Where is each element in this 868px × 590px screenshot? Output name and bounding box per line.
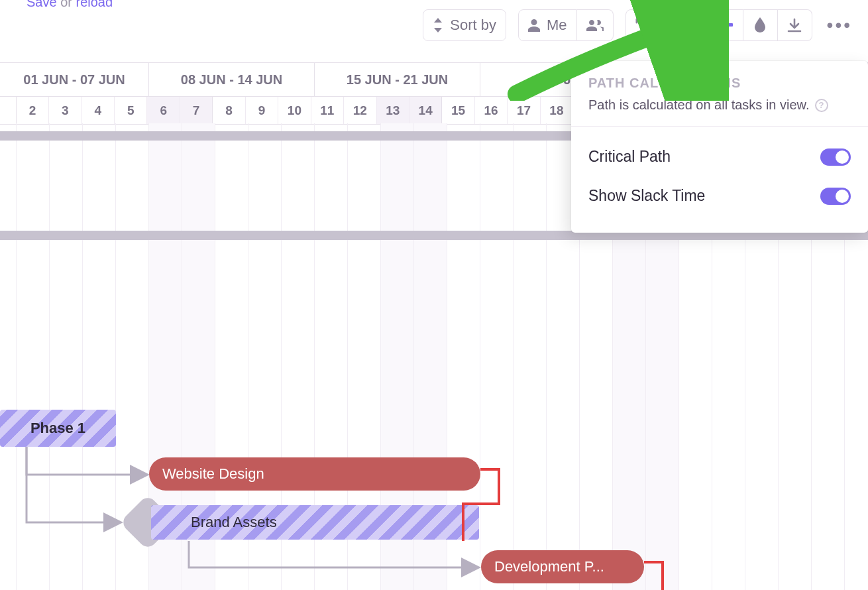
- critical-path-segment: [498, 468, 500, 505]
- path-calculations-popover: PATH CALCULATIONS Path is calculated on …: [571, 61, 868, 233]
- critical-path-segment: [661, 561, 664, 590]
- day-cell: 2: [17, 97, 49, 124]
- svg-rect-0: [716, 18, 728, 21]
- me-filter-button[interactable]: Me: [518, 9, 577, 41]
- day-cell: 5: [115, 97, 147, 124]
- task-label: Development P...: [494, 558, 604, 575]
- day-cell: 7: [180, 97, 213, 124]
- day-cell: 16: [475, 97, 508, 124]
- person-icon: [528, 19, 540, 32]
- slack-time-label: Show Slack Time: [588, 187, 705, 205]
- week-cell: 01 JUN - 07 JUN: [0, 63, 149, 96]
- day-cell: [0, 97, 17, 124]
- people-filter-button[interactable]: [577, 9, 614, 41]
- slack-time-toggle[interactable]: [820, 188, 851, 205]
- day-cell: 18: [541, 97, 573, 124]
- svg-rect-2: [718, 29, 728, 32]
- critical-path-segment: [462, 502, 464, 541]
- popover-title: PATH CALCULATIONS: [588, 76, 851, 91]
- task-website-design[interactable]: Website Design: [149, 457, 480, 491]
- day-cell: 8: [213, 97, 245, 124]
- critical-path-toggle[interactable]: [820, 148, 851, 166]
- task-label: Brand Assets: [191, 514, 277, 531]
- critical-path-segment: [462, 502, 500, 505]
- day-cell: 6: [147, 97, 180, 124]
- popover-subtitle: Path is calculated on all tasks in view.: [588, 97, 810, 113]
- day-cell: 3: [49, 97, 81, 124]
- day-cell: 10: [278, 97, 311, 124]
- task-label: Website Design: [162, 465, 264, 483]
- svg-rect-1: [721, 23, 733, 27]
- sort-by-button[interactable]: Sort by: [423, 9, 506, 41]
- day-cell: 15: [442, 97, 474, 124]
- toolbar: Sort by Me •••: [423, 9, 855, 41]
- sort-by-label: Sort by: [450, 17, 496, 34]
- people-icon: [586, 19, 604, 32]
- day-cell: 13: [377, 97, 409, 124]
- task-brand-assets[interactable]: Brand Assets: [151, 505, 479, 540]
- collapse-button[interactable]: [625, 9, 660, 41]
- task-development[interactable]: Development P...: [481, 550, 644, 583]
- week-cell: 08 JUN - 14 JUN: [149, 63, 315, 96]
- task-phase-1[interactable]: Phase 1: [0, 410, 116, 447]
- path-calculations-button[interactable]: [706, 9, 743, 41]
- sort-icon: [433, 18, 443, 32]
- day-cell: 17: [508, 97, 540, 124]
- day-cell: 12: [344, 97, 376, 124]
- collapse-icon: [635, 18, 650, 32]
- download-button[interactable]: [778, 9, 812, 41]
- critical-path-label: Critical Path: [588, 148, 671, 166]
- day-cell: 14: [409, 97, 442, 124]
- expand-icon: [669, 18, 684, 32]
- edit-hint-fragment: Save or reload: [27, 0, 113, 10]
- more-menu-button[interactable]: •••: [824, 15, 855, 36]
- droplet-icon: [753, 17, 767, 33]
- day-cell: 4: [82, 97, 115, 124]
- color-button[interactable]: [743, 9, 778, 41]
- me-label: Me: [547, 17, 567, 34]
- expand-button[interactable]: [660, 9, 694, 41]
- task-label: Phase 1: [30, 420, 85, 437]
- help-icon[interactable]: ?: [815, 99, 828, 112]
- gantt-path-icon: [716, 18, 733, 32]
- day-cell: 11: [311, 97, 344, 124]
- week-cell: 15 JUN - 21 JUN: [315, 63, 480, 96]
- day-cell: 9: [246, 97, 278, 124]
- download-icon: [787, 18, 802, 32]
